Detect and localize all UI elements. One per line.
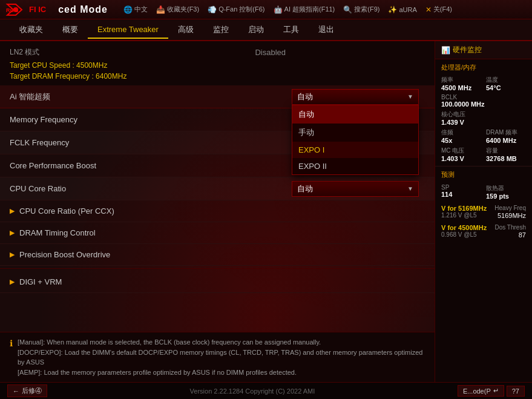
precision-boost-label: Precision Boost Overdrive: [19, 250, 110, 259]
v4500-row: V for 4500MHz Dos Thresh 0.968 V @L5 87: [441, 224, 526, 239]
close-icon: ✕: [425, 5, 432, 14]
toolbar-ai[interactable]: 🤖 AI 超频指南(F11): [270, 4, 339, 15]
capacity-label: 容量 32768 MB: [486, 147, 526, 162]
rog-logo-icon: ROG: [5, 3, 27, 16]
sp-item: SP 114: [441, 184, 481, 200]
digi-vrm-section[interactable]: ▶ DIGI + VRM: [0, 271, 435, 293]
bclk-label: BCLK 100.0000 MHz: [441, 94, 526, 108]
info-line-1: [Manual]: When manual mode is selected, …: [18, 337, 425, 348]
tab-favorites[interactable]: 收藏夹: [10, 21, 53, 39]
info-icon: ℹ: [10, 338, 13, 377]
cpu-per-ccx-label: CPU Core Ratio (Per CCX): [19, 206, 114, 216]
svg-text:ROG: ROG: [6, 7, 19, 13]
info-line-3: [AEMP]: Load the memory parameters profi…: [18, 368, 425, 378]
cpu-ratio-dropdown[interactable]: 自动 ▼: [292, 181, 419, 197]
logo-area: ROG FI IC: [5, 3, 46, 16]
core-perf-label: Core Performance Boost: [10, 161, 292, 170]
ai-dropdown[interactable]: 自动 ▼ 自动 手动 EXPO I EXPO II: [292, 89, 419, 105]
tab-extreme-tweaker[interactable]: Extreme Tweaker: [88, 21, 168, 39]
expand-arrow-icon: ▶: [10, 229, 15, 237]
cpu-ratio-label: CPU Core Ratio: [10, 184, 292, 193]
dram-freq-label: DRAM 频率 6400 MHz: [486, 128, 526, 144]
cooler-item: 散热器 159 pts: [486, 184, 526, 200]
tab-advanced[interactable]: 高级: [168, 21, 203, 39]
toolbar-aura[interactable]: ✨ aURA: [384, 4, 420, 15]
prediction-section: 预测 SP 114 散热器 159 pts V for 5169MHz: [435, 167, 532, 247]
v5169-row: V for 5169MHz Heavy Freq 1.216 V @L5 516…: [441, 205, 526, 219]
ln2-label: LN2 模式: [10, 45, 39, 60]
freq-label: 频率 4500 MHz: [441, 76, 481, 91]
monitor-grid: 频率 4500 MHz 温度 54°C BCLK 100.0000 MHz 核心…: [441, 76, 526, 162]
target-dram: Target DRAM Frequency : 6400MHz: [10, 71, 425, 82]
cpu-ratio-selected: 自动: [297, 183, 313, 194]
cpu-memory-title: 处理器/内存: [441, 63, 526, 72]
cpu-memory-section: 处理器/内存 频率 4500 MHz 温度 54°C BCLK 100.0000…: [435, 59, 532, 167]
fclk-label: FCLK Frequency: [10, 138, 292, 147]
toolbar-icons: 🌐 中文 📥 收藏夹(F3) 💨 Q-Fan 控制(F6) 🤖 AI 超频指南(…: [120, 4, 527, 15]
info-section: LN2 模式 Disabled Target CPU Speed : 4500M…: [0, 41, 435, 85]
expand-arrow-icon: ▶: [10, 207, 15, 215]
tab-exit[interactable]: 退出: [309, 21, 344, 39]
expand-arrow-icon: ▶: [10, 278, 15, 286]
page-title: ced Mode: [58, 4, 108, 15]
bookmark-icon: 📥: [156, 5, 165, 14]
ai-selected-value: 自动: [297, 91, 313, 102]
tab-overview[interactable]: 概要: [53, 21, 88, 39]
dropdown-option-expo2[interactable]: EXPO II: [292, 158, 418, 174]
back-icon: ←: [13, 387, 19, 395]
tab-monitor[interactable]: 监控: [203, 21, 238, 39]
monitor-icon: 📊: [441, 46, 450, 54]
ecode-button[interactable]: E...ode(P ↵: [458, 385, 504, 397]
multiplier-label: 倍频 45x: [441, 128, 481, 144]
enter-icon: ↵: [493, 387, 499, 395]
back-button[interactable]: ← 后修④: [7, 384, 47, 397]
ln2-value: Disabled: [255, 48, 286, 57]
ai-overclock-row: Ai 智能超频 自动 ▼ 自动 手动 EXPO I: [0, 85, 435, 108]
chevron-down-icon: ▼: [407, 185, 413, 192]
settings-area: Ai 智能超频 自动 ▼ 自动 手动 EXPO I: [0, 85, 435, 332]
ai-dropdown-button[interactable]: 自动 ▼: [292, 89, 419, 105]
chevron-down-icon: ▼: [407, 93, 413, 100]
toolbar-lang[interactable]: 🌐 中文: [120, 4, 151, 15]
memory-freq-label: Memory Frequency: [10, 115, 292, 124]
status-bar: ← 后修④ Version 2.22.1284 Copyright (C) 20…: [0, 382, 532, 399]
dropdown-option-expo1[interactable]: EXPO I: [292, 142, 418, 158]
toolbar-qfan[interactable]: 💨 Q-Fan 控制(F6): [204, 4, 268, 15]
toolbar-search[interactable]: 🔍 搜索(F9): [340, 4, 383, 15]
cpu-ratio-button[interactable]: 自动 ▼: [292, 181, 419, 197]
status-left: ← 后修④: [7, 384, 47, 397]
expand-arrow-icon: ▶: [10, 251, 15, 259]
nav-tabs: 收藏夹 概要 Extreme Tweaker 高级 监控 启动 工具 退出: [0, 19, 532, 41]
dropdown-option-auto[interactable]: 自动: [292, 105, 418, 124]
tab-tools[interactable]: 工具: [274, 21, 309, 39]
header-bar: ROG FI IC ced Mode 🌐 中文 📥 收藏夹(F3) 💨 Q-Fa…: [0, 0, 532, 19]
toolbar-favorites[interactable]: 📥 收藏夹(F3): [153, 4, 203, 15]
search-icon: 🔍: [343, 5, 352, 14]
precision-boost-section[interactable]: ▶ Precision Boost Overdrive: [0, 244, 435, 266]
info-text: [Manual]: When manual mode is selected, …: [18, 337, 425, 377]
right-panel: 📊 硬件监控 处理器/内存 频率 4500 MHz 温度 54°C BCLK: [435, 41, 532, 382]
dropdown-option-manual[interactable]: 手动: [292, 124, 418, 142]
info-line-2: [DOCP/EXPO]: Load the DIMM's default DOC…: [18, 348, 425, 368]
left-panel: LN2 模式 Disabled Target CPU Speed : 4500M…: [0, 41, 435, 382]
tab-boot[interactable]: 启动: [238, 21, 274, 39]
version-text: Version 2.22.1284 Copyright (C) 2022 AMI: [190, 387, 315, 395]
toolbar-close[interactable]: ✕ 关(F4): [422, 4, 456, 15]
separator-line: [0, 268, 435, 269]
globe-icon: 🌐: [123, 5, 133, 14]
ai-dropdown-menu: 自动 手动 EXPO I EXPO II: [292, 105, 419, 175]
dram-timing-label: DRAM Timing Control: [19, 228, 96, 237]
cpu-core-ratio-row: CPU Core Ratio 自动 ▼: [0, 177, 435, 200]
temp-label: 温度 54°C: [486, 76, 526, 91]
monitor-header: 📊 硬件监控: [435, 41, 532, 59]
fan-icon: 💨: [208, 5, 217, 14]
dram-timing-section[interactable]: ▶ DRAM Timing Control: [0, 222, 435, 244]
info-box: ℹ [Manual]: When manual mode is selected…: [0, 332, 435, 382]
mc-voltage-label: MC 电压 1.403 V: [441, 147, 481, 162]
help-button[interactable]: ?7: [507, 386, 525, 397]
aura-icon: ✨: [388, 5, 397, 14]
monitor-title: 硬件监控: [453, 45, 482, 55]
ai-icon: 🤖: [274, 5, 283, 14]
ai-dropdown-container: 自动 ▼ 自动 手动 EXPO I EXPO II: [292, 89, 425, 105]
cpu-per-ccx-section[interactable]: ▶ CPU Core Ratio (Per CCX): [0, 200, 435, 222]
